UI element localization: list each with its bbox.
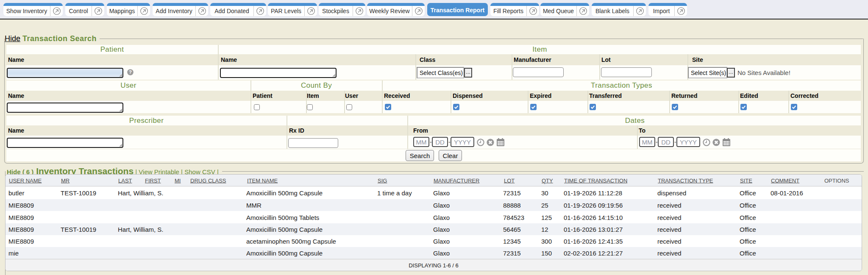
svg-text:?: ? bbox=[129, 69, 132, 75]
